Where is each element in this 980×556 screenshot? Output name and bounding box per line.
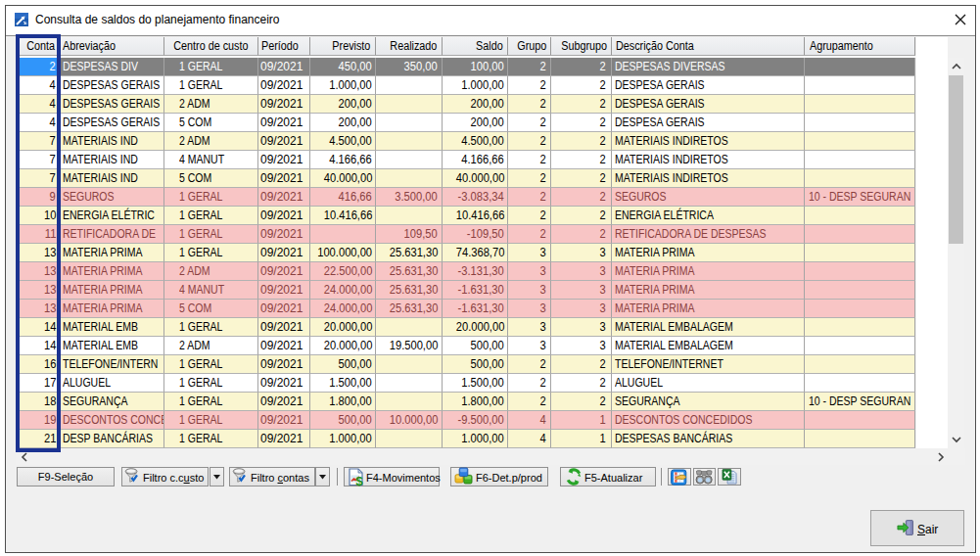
svg-text:$: $: [355, 474, 363, 486]
